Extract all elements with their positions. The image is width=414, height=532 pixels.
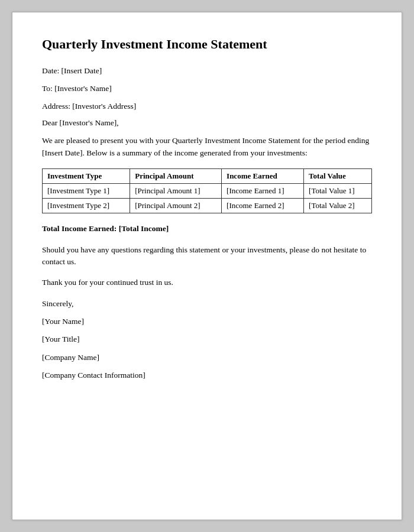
table-cell: [Principal Amount 2] — [130, 198, 222, 213]
table-cell: [Income Earned 2] — [222, 198, 304, 213]
investment-table: Investment Type Principal Amount Income … — [42, 168, 372, 213]
table-cell: [Total Value 2] — [304, 198, 372, 213]
total-income-label: Total Income Earned: — [42, 224, 119, 233]
closing-text-1: Should you have any questions regarding … — [42, 244, 372, 268]
table-header-row: Investment Type Principal Amount Income … — [43, 168, 372, 183]
total-income-line: Total Income Earned: [Total Income] — [42, 223, 372, 235]
col-header-total-value: Total Value — [304, 168, 372, 183]
company-contact: [Company Contact Information] — [42, 368, 372, 382]
your-title: [Your Title] — [42, 332, 372, 346]
page-title: Quarterly Investment Income Statement — [42, 36, 372, 53]
table-cell: [Investment Type 1] — [43, 183, 130, 198]
your-name: [Your Name] — [42, 314, 372, 329]
total-income-value: [Total Income] — [119, 224, 169, 233]
col-header-income-earned: Income Earned — [222, 168, 304, 183]
date-line: Date: [Insert Date] — [42, 65, 372, 77]
table-body: [Investment Type 1][Principal Amount 1][… — [43, 183, 372, 213]
table-cell: [Principal Amount 1] — [130, 183, 222, 198]
document-page: Quarterly Investment Income Statement Da… — [12, 12, 402, 520]
closing-text-2: Thank you for your continued trust in us… — [42, 277, 372, 288]
table-row: [Investment Type 2][Principal Amount 2][… — [43, 198, 372, 213]
table-cell: [Total Value 1] — [304, 183, 372, 198]
table-row: [Investment Type 1][Principal Amount 1][… — [43, 183, 372, 198]
salutation: Dear [Investor's Name], — [42, 118, 372, 128]
col-header-principal-amount: Principal Amount — [130, 168, 222, 183]
col-header-investment-type: Investment Type — [43, 168, 130, 183]
signature-block: Sincerely, [Your Name] [Your Title] [Com… — [42, 297, 372, 382]
sincerely: Sincerely, — [42, 297, 372, 311]
table-cell: [Income Earned 1] — [222, 183, 304, 198]
address-line: Address: [Investor's Address] — [42, 100, 372, 112]
company-name: [Company Name] — [42, 351, 372, 365]
table-cell: [Investment Type 2] — [43, 198, 130, 213]
intro-text: We are pleased to present you with your … — [42, 135, 372, 159]
to-line: To: [Investor's Name] — [42, 83, 372, 95]
